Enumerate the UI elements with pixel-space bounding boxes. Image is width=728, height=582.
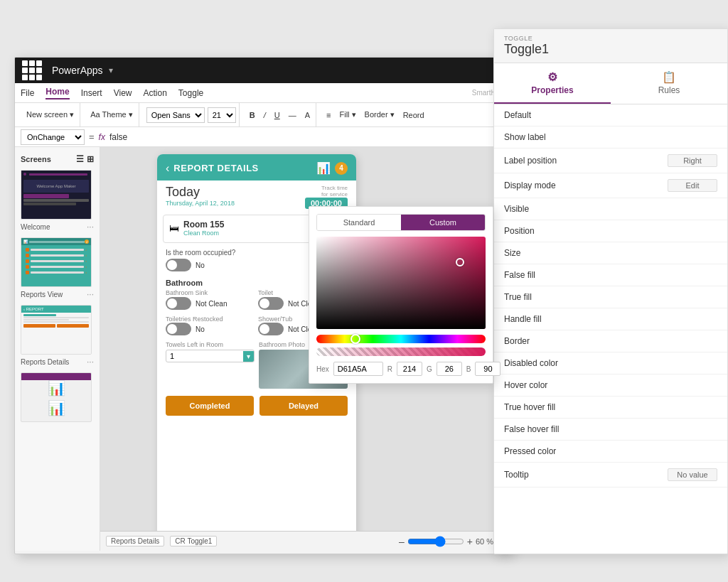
- screen-more-reports-view[interactable]: ···: [87, 289, 94, 299]
- room-sub: Clean Room: [183, 230, 224, 237]
- prop-false-fill-label: False fill: [504, 270, 535, 280]
- screen-more-reports-details[interactable]: ···: [87, 357, 94, 367]
- canvas-tab-reports[interactable]: Reports Details: [106, 536, 164, 546]
- panel-props: Default Show label Label position Right …: [494, 104, 727, 554]
- zoom-slider[interactable]: [407, 536, 464, 547]
- report-badge: 4: [335, 162, 348, 175]
- screens-list-icon[interactable]: ☰: [76, 154, 84, 164]
- color-tab-custom[interactable]: Custom: [401, 215, 485, 230]
- screen-item-reports-details[interactable]: ‹ REPORT Reports Details: [15, 302, 100, 370]
- screen-item-4[interactable]: 📊 📊: [15, 370, 100, 427]
- hex-input[interactable]: [333, 362, 383, 376]
- screen-more-welcome[interactable]: ···: [87, 222, 94, 232]
- bathroom-sink-item: Bathroom Sink Not Clean: [166, 289, 255, 313]
- towels-dropdown-icon[interactable]: ▾: [243, 351, 254, 362]
- new-screen-btn[interactable]: New screen ▾: [23, 109, 77, 121]
- prop-label-position: Label position Right: [494, 149, 727, 173]
- prop-tooltip-value[interactable]: No value: [668, 468, 717, 481]
- menu-bar: File Home Insert View Action Toggle Smar…: [15, 83, 511, 103]
- border-btn[interactable]: Border ▾: [362, 109, 397, 121]
- formula-fx: fx: [99, 132, 105, 142]
- menu-file[interactable]: File: [21, 88, 34, 98]
- font-color-btn[interactable]: A: [302, 109, 313, 121]
- prop-false-hover-fill: False hover fill: [494, 419, 727, 441]
- screen-item-reports-view[interactable]: 📊 4 › › › › › Reports View ···: [15, 235, 100, 302]
- formula-dropdown[interactable]: OnChange: [21, 129, 85, 145]
- color-picker-popup: Standard Custom Hex R G B: [309, 206, 493, 384]
- zoom-value: 60 %: [476, 537, 493, 546]
- alpha-slider[interactable]: [316, 347, 486, 356]
- sink-toggle[interactable]: [166, 297, 191, 310]
- prop-show-label-label: Show label: [504, 132, 546, 142]
- tab-rules[interactable]: 📋 Rules: [611, 63, 727, 104]
- menu-action[interactable]: Action: [144, 88, 167, 98]
- align-btn[interactable]: ≡: [323, 109, 333, 121]
- reorder-btn[interactable]: Reord: [400, 109, 427, 121]
- prop-show-label: Show label: [494, 126, 727, 149]
- shower-toggle[interactable]: [258, 323, 284, 335]
- sink-label: Bathroom Sink: [166, 289, 255, 296]
- formula-input[interactable]: [109, 132, 505, 142]
- hue-slider[interactable]: [316, 335, 486, 343]
- prop-tooltip-label: Tooltip: [504, 470, 529, 480]
- towels-item: Towels Left in Room 1 ▾: [166, 341, 255, 389]
- toiletries-toggle[interactable]: [166, 323, 191, 335]
- hex-row: Hex R G B: [316, 362, 486, 376]
- toolbar-group-format: B / U — A: [244, 103, 316, 126]
- g-input[interactable]: [437, 362, 462, 376]
- zoom-plus[interactable]: +: [467, 536, 473, 547]
- prop-false-hover-fill-label: False hover fill: [504, 424, 559, 434]
- menu-toggle[interactable]: Toggle: [178, 88, 203, 98]
- hue-thumb: [350, 334, 360, 344]
- prop-pressed-color: Pressed color: [494, 441, 727, 463]
- toilet-toggle[interactable]: [258, 297, 284, 310]
- tab-properties[interactable]: ⚙ Properties: [494, 63, 611, 104]
- room-name: Room 155: [183, 220, 224, 230]
- canvas-tab-toggle[interactable]: CR Toggle1: [170, 536, 217, 546]
- screens-grid-icon[interactable]: ⊞: [87, 154, 94, 164]
- report-header: ‹ REPORT DETAILS 📊 4: [157, 154, 356, 180]
- date-full: Thursday, April 12, 2018: [166, 200, 235, 207]
- prop-disabled-color: Disabled color: [494, 352, 727, 374]
- prop-display-mode: Display mode Edit: [494, 173, 727, 198]
- strikethrough-btn[interactable]: —: [286, 109, 299, 121]
- color-gradient[interactable]: [316, 237, 486, 329]
- prop-true-fill-label: True fill: [504, 292, 532, 302]
- zoom-minus[interactable]: –: [399, 536, 405, 547]
- r-input[interactable]: [397, 362, 422, 376]
- prop-position-label: Position: [504, 226, 535, 236]
- theme-btn[interactable]: Aa Theme ▾: [87, 109, 136, 121]
- screen-thumb-welcome: Welcome App Maker: [21, 170, 92, 220]
- canvas-bottom-bar: Reports Details CR Toggle1 – + 60 % ⤢: [100, 531, 511, 551]
- menu-insert[interactable]: Insert: [81, 88, 102, 98]
- delayed-btn[interactable]: Delayed: [259, 396, 348, 416]
- font-select[interactable]: Open Sans: [146, 107, 205, 123]
- underline-btn[interactable]: U: [272, 109, 283, 121]
- prop-label-position-value[interactable]: Right: [668, 154, 717, 167]
- italic-btn[interactable]: /: [261, 109, 269, 121]
- fill-btn[interactable]: Fill ▾: [336, 109, 358, 121]
- b-input[interactable]: [475, 362, 500, 376]
- back-icon[interactable]: ‹: [166, 162, 169, 175]
- color-tab-standard[interactable]: Standard: [317, 215, 401, 230]
- app-title: PowerApps: [52, 65, 103, 76]
- bold-btn[interactable]: B: [247, 109, 258, 121]
- tab-properties-label: Properties: [531, 85, 573, 95]
- towels-value: 1: [166, 350, 243, 362]
- prop-size: Size: [494, 242, 727, 264]
- menu-home[interactable]: Home: [46, 87, 69, 99]
- completed-btn[interactable]: Completed: [166, 396, 254, 416]
- menu-view[interactable]: View: [114, 88, 132, 98]
- sink-toggle-row: Not Clean: [166, 297, 255, 310]
- prop-false-fill: False fill: [494, 264, 727, 286]
- screens-header: Screens ☰ ⊞: [15, 151, 100, 167]
- occupied-toggle[interactable]: [166, 259, 191, 271]
- prop-position: Position: [494, 220, 727, 242]
- action-buttons: Completed Delayed: [157, 390, 356, 421]
- screen-item-welcome[interactable]: Welcome App Maker Welcome ···: [15, 167, 100, 235]
- prop-display-mode-value[interactable]: Edit: [668, 179, 717, 192]
- report-title: REPORT DETAILS: [173, 163, 312, 173]
- font-size-select[interactable]: 21: [208, 107, 236, 123]
- formula-equals: =: [89, 131, 95, 142]
- toiletries-text: No: [196, 325, 205, 333]
